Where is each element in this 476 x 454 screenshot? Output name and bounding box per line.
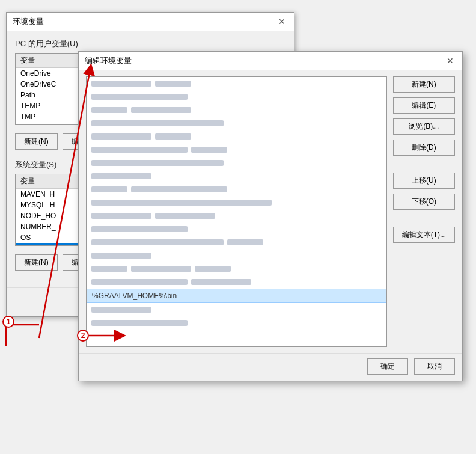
path-item-blurred[interactable] [87, 77, 386, 90]
path-item-blurred[interactable] [87, 209, 386, 222]
annotation-badge-1: 1 [2, 316, 14, 328]
edit-env-dialog: 编辑环境变量 ✕ %GRAALVM_HOME%\bin [78, 51, 463, 381]
user-new-button[interactable]: 新建(N) [15, 133, 58, 150]
path-item-blurred[interactable] [87, 170, 386, 183]
path-item-blurred[interactable] [87, 196, 386, 209]
inner-new-button[interactable]: 新建(N) [393, 76, 455, 93]
annotation-badge-2: 2 [77, 330, 89, 342]
outer-titlebar: 环境变量 ✕ [7, 13, 294, 31]
path-item-selected[interactable]: %GRAALVM_HOME%\bin [87, 289, 386, 303]
outer-title: 环境变量 [13, 16, 44, 27]
path-item-blurred[interactable] [87, 130, 386, 143]
inner-cancel-button[interactable]: 取消 [414, 358, 455, 375]
path-item-blurred[interactable] [87, 275, 386, 289]
path-item-blurred[interactable] [87, 143, 386, 156]
user-section-label: PC 的用户变量(U) [15, 38, 285, 49]
inner-body: %GRAALVM_HOME%\bin 新建(N) 编辑(E) 浏览(B)... … [79, 70, 462, 353]
inner-footer: 确定 取消 [79, 353, 462, 381]
inner-edit-button[interactable]: 编辑(E) [393, 97, 455, 114]
path-item-blurred[interactable] [87, 183, 386, 196]
sys-new-button[interactable]: 新建(N) [15, 254, 58, 271]
path-item-blurred[interactable] [87, 156, 386, 170]
path-item-blurred[interactable] [87, 236, 386, 249]
path-list: %GRAALVM_HOME%\bin [86, 76, 387, 347]
path-item-blurred[interactable] [87, 303, 386, 316]
path-item-blurred[interactable] [87, 222, 386, 236]
path-item-blurred[interactable] [87, 90, 386, 103]
inner-close-button[interactable]: ✕ [444, 56, 456, 66]
path-item-blurred[interactable] [87, 117, 386, 130]
path-item-blurred[interactable] [87, 316, 386, 330]
inner-delete-button[interactable]: 删除(D) [393, 140, 455, 156]
inner-movedown-button[interactable]: 下移(O) [393, 194, 455, 210]
inner-action-buttons: 新建(N) 编辑(E) 浏览(B)... 删除(D) 上移(U) 下移(O) 编… [393, 76, 455, 347]
inner-ok-button[interactable]: 确定 [367, 358, 408, 375]
outer-close-button[interactable]: ✕ [276, 17, 288, 26]
inner-edittext-button[interactable]: 编辑文本(T)... [393, 227, 455, 243]
path-item-blurred[interactable] [87, 103, 386, 117]
inner-moveup-button[interactable]: 上移(U) [393, 173, 455, 189]
inner-titlebar: 编辑环境变量 ✕ [79, 52, 462, 70]
inner-title: 编辑环境变量 [85, 55, 132, 66]
inner-browse-button[interactable]: 浏览(B)... [393, 118, 455, 135]
path-item-blurred[interactable] [87, 249, 386, 262]
path-item-blurred[interactable] [87, 262, 386, 275]
